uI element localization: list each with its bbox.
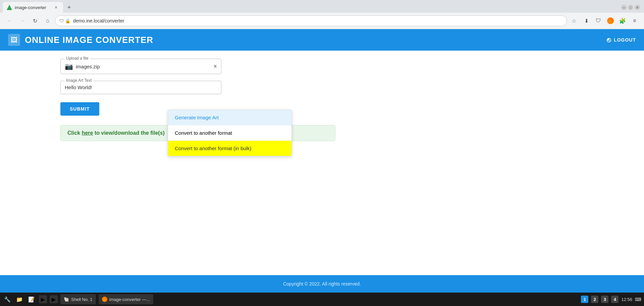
- app-logo: 🖼: [8, 34, 20, 46]
- taskbar-workspace-3[interactable]: 3: [601, 296, 608, 303]
- shield-icon: 🛡: [59, 18, 64, 23]
- taskbar: 🔧 📁 📝 ▶ ▶ 🐚 Shell No. 1 image-converter …: [0, 293, 644, 306]
- window-minimize[interactable]: —: [621, 5, 627, 10]
- logout-label: LOGOUT: [614, 37, 636, 43]
- firefox-icon[interactable]: [605, 15, 616, 26]
- app-header: 🖼 ONLINE IMAGE CONVERTER ⎋ LOGOUT: [0, 29, 644, 51]
- taskbar-editor[interactable]: 📝: [27, 295, 36, 304]
- toolbar-right: ⬇ 🛡 🧩 ≡: [581, 15, 640, 26]
- app-header-left: 🖼 ONLINE IMAGE CONVERTER: [8, 34, 153, 46]
- security-icons: 🛡 🔒: [59, 18, 70, 23]
- dropdown-item-generate[interactable]: Generate Image Art: [168, 110, 291, 125]
- bookmark-icon[interactable]: ☆: [572, 18, 576, 24]
- window-close[interactable]: ✕: [635, 5, 640, 10]
- firefox-logo: [607, 17, 614, 24]
- taskbar-shell-label: Shell No. 1: [71, 297, 93, 302]
- success-link[interactable]: here: [82, 130, 93, 136]
- taskbar-right: 1 2 3 4 12:56 ⌨: [581, 296, 641, 303]
- tab-label: image-converter: [15, 5, 46, 10]
- new-tab-button[interactable]: +: [64, 3, 74, 12]
- taskbar-shell-icon: 🐚: [64, 297, 69, 302]
- image-art-input[interactable]: [65, 84, 217, 90]
- url-text[interactable]: demo.ine.local/converter: [73, 18, 562, 23]
- app-footer: Copyright © 2022. All rights reserved.: [0, 275, 644, 293]
- tab-bar: image-converter × + — □ ✕: [0, 0, 644, 13]
- extensions-button[interactable]: 🧩: [617, 15, 628, 26]
- browser-chrome: image-converter × + — □ ✕ ← → ↻ ⌂ 🛡 🔒 de…: [0, 0, 644, 29]
- dropdown-item-convert[interactable]: Convert to another format: [168, 125, 291, 141]
- download-button[interactable]: ⬇: [581, 15, 592, 26]
- upload-label: Upload a file: [65, 56, 90, 61]
- menu-button[interactable]: ≡: [629, 15, 640, 26]
- taskbar-time: 12:56: [621, 297, 632, 302]
- image-art-box: Image Art Text: [60, 81, 221, 94]
- taskbar-terminal[interactable]: ▶: [39, 295, 47, 303]
- taskbar-workspace-1[interactable]: 1: [581, 296, 588, 303]
- taskbar-terminal2[interactable]: ▶: [50, 295, 58, 303]
- nav-bar: ← → ↻ ⌂ 🛡 🔒 demo.ine.local/converter ☆ ⬇…: [0, 13, 644, 29]
- tab-close-button[interactable]: ×: [53, 4, 59, 10]
- success-suffix: to view/download the file(s): [93, 130, 164, 136]
- taskbar-shell-item[interactable]: 🐚 Shell No. 1: [60, 294, 96, 304]
- image-art-label: Image Art Text: [65, 78, 93, 83]
- submit-button[interactable]: SUBMIT: [60, 102, 99, 116]
- taskbar-kb-icon: ⌨: [635, 297, 641, 302]
- camera-icon: 📷: [65, 62, 73, 70]
- window-controls: — □ ✕: [621, 5, 640, 10]
- taskbar-workspace-2[interactable]: 2: [591, 296, 598, 303]
- taskbar-workspace-4[interactable]: 4: [611, 296, 619, 303]
- logout-button[interactable]: ⎋ LOGOUT: [607, 36, 636, 44]
- shield-button[interactable]: 🛡: [593, 15, 604, 26]
- address-bar[interactable]: 🛡 🔒 demo.ine.local/converter: [55, 15, 567, 26]
- forward-button[interactable]: →: [17, 15, 28, 26]
- taskbar-files[interactable]: 📁: [15, 295, 24, 304]
- success-prefix: Click: [67, 130, 82, 136]
- upload-box[interactable]: Upload a file 📷 images.zip ×: [60, 59, 221, 74]
- lock-icon: 🔒: [65, 18, 70, 23]
- tab-favicon: [7, 5, 12, 10]
- logo-icon: 🖼: [11, 36, 17, 44]
- upload-group: Upload a file 📷 images.zip ×: [60, 59, 644, 74]
- home-button[interactable]: ⌂: [42, 15, 53, 26]
- footer-text: Copyright © 2022. All rights reserved.: [283, 281, 361, 287]
- taskbar-firefox-label: image-converter —...: [109, 297, 150, 302]
- taskbar-firefox-icon: [102, 297, 107, 302]
- browser-tab[interactable]: image-converter ×: [3, 2, 63, 13]
- reload-button[interactable]: ↻: [30, 15, 40, 26]
- taskbar-wrench[interactable]: 🔧: [3, 295, 12, 304]
- upload-filename: images.zip: [76, 64, 213, 69]
- image-art-group: Image Art Text: [60, 81, 644, 94]
- window-maximize[interactable]: □: [628, 5, 633, 10]
- dropdown-item-convert-bulk[interactable]: Convert to another format (in bulk): [168, 141, 291, 156]
- logout-icon: ⎋: [607, 36, 611, 44]
- clear-upload-button[interactable]: ×: [213, 63, 217, 70]
- back-button[interactable]: ←: [4, 15, 15, 26]
- main-content: Upload a file 📷 images.zip × Generate Im…: [0, 51, 644, 275]
- taskbar-firefox-item[interactable]: image-converter —...: [99, 294, 153, 304]
- app-title: ONLINE IMAGE CONVERTER: [25, 35, 153, 45]
- dropdown-menu: Generate Image Art Convert to another fo…: [168, 110, 292, 156]
